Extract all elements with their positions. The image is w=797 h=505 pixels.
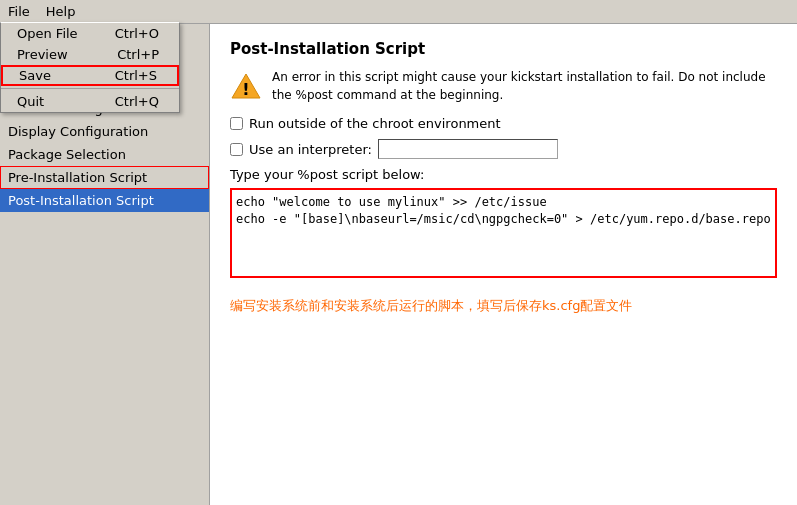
sidebar-item-packages[interactable]: Package Selection (0, 143, 209, 166)
open-file-item[interactable]: Open File Ctrl+O (1, 23, 179, 44)
interpreter-input[interactable] (378, 139, 558, 159)
menu-separator (1, 88, 179, 89)
file-menu[interactable]: File (0, 2, 38, 21)
bottom-note: 编写安装系统前和安装系统后运行的脚本，填写后保存ks.cfg配置文件 (230, 297, 777, 315)
save-item[interactable]: Save Ctrl+S (1, 65, 179, 86)
quit-item[interactable]: Quit Ctrl+Q (1, 91, 179, 112)
warning-icon: ! (230, 70, 262, 102)
chroot-checkbox-row: Run outside of the chroot environment (230, 116, 777, 131)
interpreter-label: Use an interpreter: (249, 142, 372, 157)
warning-text: An error in this script might cause your… (272, 68, 777, 104)
script-label: Type your %post script below: (230, 167, 777, 182)
sidebar-item-post-install[interactable]: Post-Installation Script (0, 189, 209, 212)
help-menu[interactable]: Help (38, 2, 84, 21)
chroot-checkbox[interactable] (230, 117, 243, 130)
chroot-label: Run outside of the chroot environment (249, 116, 501, 131)
file-dropdown: Open File Ctrl+O Preview Ctrl+P Save Ctr… (0, 22, 180, 113)
sidebar-item-display[interactable]: Display Configuration (0, 120, 209, 143)
preview-item[interactable]: Preview Ctrl+P (1, 44, 179, 65)
interpreter-checkbox-row: Use an interpreter: (230, 139, 777, 159)
warning-box: ! An error in this script might cause yo… (230, 68, 777, 104)
script-textarea[interactable]: echo "welcome to use mylinux" >> /etc/is… (230, 188, 777, 278)
content-area: Post-Installation Script ! An error in t… (210, 24, 797, 505)
sidebar-item-pre-install[interactable]: Pre-Installation Script (0, 166, 209, 189)
interpreter-checkbox[interactable] (230, 143, 243, 156)
svg-text:!: ! (242, 80, 249, 99)
menubar: File Help Open File Ctrl+O Preview Ctrl+… (0, 0, 797, 24)
page-title: Post-Installation Script (230, 40, 777, 58)
